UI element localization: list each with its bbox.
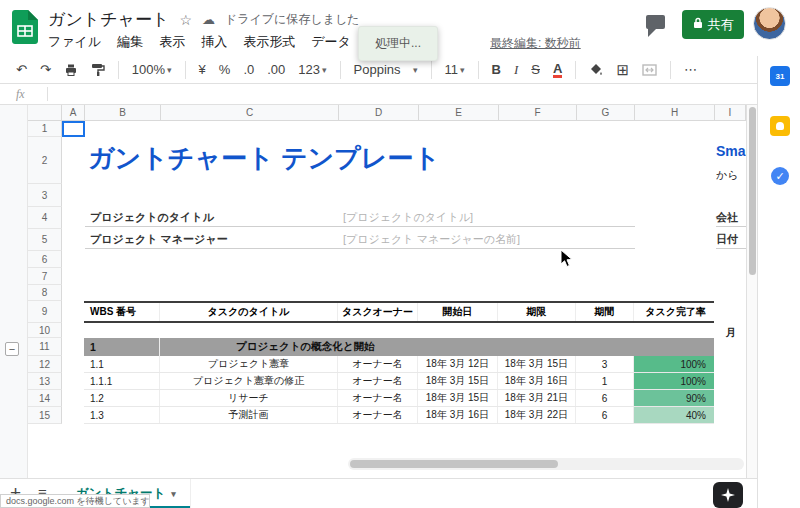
row-header-5[interactable]: 5 bbox=[28, 229, 62, 251]
bold-button[interactable]: B bbox=[492, 62, 501, 77]
increase-decimal-button[interactable]: .00 bbox=[267, 62, 285, 77]
row-header-9[interactable]: 9 bbox=[28, 301, 62, 323]
table-row[interactable]: 1.1 プロジェクト憲章 オーナー名 18年 3月 12日 18年 3月 15日… bbox=[84, 356, 714, 373]
comment-icon[interactable] bbox=[646, 15, 665, 29]
row-header-13[interactable]: 13 bbox=[28, 373, 62, 390]
cell-duration[interactable]: 6 bbox=[576, 407, 634, 423]
cell-title[interactable]: プロジェクト憲章の修正 bbox=[160, 373, 338, 389]
row-header-3[interactable]: 3 bbox=[28, 184, 62, 207]
decrease-decimal-button[interactable]: .0 bbox=[243, 62, 254, 77]
font-select[interactable]: Poppins▾ bbox=[354, 62, 418, 77]
menu-insert[interactable]: 挿入 bbox=[201, 33, 227, 51]
column-header-g[interactable]: G bbox=[577, 105, 635, 121]
cell-wbs[interactable]: 1.1.1 bbox=[84, 373, 160, 389]
italic-button[interactable]: I bbox=[514, 62, 518, 78]
cell-owner[interactable]: オーナー名 bbox=[338, 356, 418, 372]
column-header-i[interactable]: I bbox=[715, 105, 746, 121]
cell-percent[interactable]: 90% bbox=[634, 390, 714, 406]
table-section-row[interactable]: 1 プロジェクトの概念化と開始 bbox=[84, 338, 714, 356]
formula-input[interactable] bbox=[56, 84, 758, 104]
font-size-select[interactable]: 11▾ bbox=[445, 62, 465, 77]
fill-color-icon[interactable] bbox=[589, 63, 603, 77]
column-header-c[interactable]: C bbox=[161, 105, 339, 121]
sheets-logo-icon[interactable] bbox=[12, 10, 38, 44]
cell-title[interactable]: プロジェクト憲章 bbox=[160, 356, 338, 372]
collapse-group-button[interactable]: − bbox=[5, 342, 19, 356]
star-icon[interactable]: ☆ bbox=[179, 12, 192, 28]
strikethrough-button[interactable]: S bbox=[531, 62, 540, 77]
share-button[interactable]: 共有 bbox=[682, 10, 744, 39]
cell-percent[interactable]: 40% bbox=[634, 407, 714, 423]
cell-percent[interactable]: 100% bbox=[634, 356, 714, 372]
percent-format-button[interactable]: % bbox=[219, 62, 231, 77]
cell-percent[interactable]: 100% bbox=[634, 373, 714, 389]
horizontal-scrollbar[interactable] bbox=[348, 458, 744, 470]
row-header-4[interactable]: 4 bbox=[28, 207, 62, 229]
row-header-2[interactable]: 2 bbox=[28, 137, 62, 184]
table-row[interactable]: 1.1.1 プロジェクト憲章の修正 オーナー名 18年 3月 15日 18年 3… bbox=[84, 373, 714, 390]
row-header-14[interactable]: 14 bbox=[28, 390, 62, 407]
column-header-a[interactable]: A bbox=[62, 105, 85, 121]
cell-owner[interactable]: オーナー名 bbox=[338, 407, 418, 423]
text-color-button[interactable]: A bbox=[553, 62, 562, 78]
row-header-15[interactable]: 15 bbox=[28, 407, 62, 424]
row-header-10[interactable]: 10 bbox=[28, 323, 62, 338]
menu-data[interactable]: データ bbox=[311, 33, 351, 51]
cell-duration[interactable]: 1 bbox=[576, 373, 634, 389]
column-header-e[interactable]: E bbox=[419, 105, 499, 121]
row-header-12[interactable]: 12 bbox=[28, 356, 62, 373]
row-header-1[interactable]: 1 bbox=[28, 121, 62, 137]
vertical-scrollbar-thumb[interactable] bbox=[749, 107, 756, 275]
table-row[interactable]: 1.3 予測計画 オーナー名 18年 3月 16日 18年 3月 22日 6 4… bbox=[84, 407, 714, 424]
cell-due[interactable]: 18年 3月 21日 bbox=[498, 390, 576, 406]
cell-owner[interactable]: オーナー名 bbox=[338, 373, 418, 389]
paint-format-icon[interactable] bbox=[91, 63, 105, 77]
keep-icon[interactable] bbox=[770, 116, 790, 136]
column-header-d[interactable]: D bbox=[339, 105, 419, 121]
more-toolbar-icon[interactable]: ⋯ bbox=[684, 62, 697, 77]
print-icon[interactable] bbox=[64, 63, 78, 77]
cell-owner[interactable]: オーナー名 bbox=[338, 390, 418, 406]
cell-due[interactable]: 18年 3月 15日 bbox=[498, 356, 576, 372]
menu-view[interactable]: 表示 bbox=[159, 33, 185, 51]
cell-duration[interactable]: 3 bbox=[576, 356, 634, 372]
row-header-8[interactable]: 8 bbox=[28, 285, 62, 301]
menu-format[interactable]: 表示形式 bbox=[243, 33, 295, 51]
last-edit-link[interactable]: 最終編集: 数秒前 bbox=[490, 35, 581, 52]
horizontal-scrollbar-thumb[interactable] bbox=[350, 460, 558, 468]
cell-wbs[interactable]: 1.1 bbox=[84, 356, 160, 372]
column-header-f[interactable]: F bbox=[499, 105, 577, 121]
select-all-corner[interactable] bbox=[28, 105, 62, 121]
explore-button[interactable] bbox=[713, 482, 743, 508]
menu-file[interactable]: ファイル bbox=[48, 33, 101, 51]
cell-due[interactable]: 18年 3月 16日 bbox=[498, 373, 576, 389]
row-header-11[interactable]: 11 bbox=[28, 338, 62, 356]
row-header-6[interactable]: 6 bbox=[28, 251, 62, 268]
tasks-icon[interactable]: ✓ bbox=[770, 166, 790, 186]
cell-start[interactable]: 18年 3月 15日 bbox=[418, 373, 498, 389]
cell-due[interactable]: 18年 3月 22日 bbox=[498, 407, 576, 423]
document-title[interactable]: ガントチャート bbox=[48, 8, 169, 31]
cell-start[interactable]: 18年 3月 12日 bbox=[418, 356, 498, 372]
more-formats-button[interactable]: 123▾ bbox=[298, 62, 326, 77]
table-row[interactable]: 1.2 リサーチ オーナー名 18年 3月 15日 18年 3月 21日 6 9… bbox=[84, 390, 714, 407]
cell-title[interactable]: 予測計画 bbox=[160, 407, 338, 423]
cell-wbs[interactable]: 1.3 bbox=[84, 407, 160, 423]
zoom-select[interactable]: 100%▾ bbox=[132, 62, 172, 77]
currency-format-button[interactable]: ¥ bbox=[199, 62, 206, 77]
cell-start[interactable]: 18年 3月 16日 bbox=[418, 407, 498, 423]
vertical-scrollbar[interactable] bbox=[746, 105, 757, 478]
column-header-h[interactable]: H bbox=[635, 105, 715, 121]
column-header-b[interactable]: B bbox=[85, 105, 161, 121]
cell-wbs[interactable]: 1.2 bbox=[84, 390, 160, 406]
cell-title[interactable]: リサーチ bbox=[160, 390, 338, 406]
borders-icon[interactable]: ⊞ bbox=[616, 61, 629, 79]
merge-cells-icon[interactable] bbox=[642, 64, 657, 76]
menu-edit[interactable]: 編集 bbox=[117, 33, 143, 51]
undo-icon[interactable]: ↶ bbox=[16, 62, 27, 77]
avatar[interactable] bbox=[753, 7, 786, 40]
cell-start[interactable]: 18年 3月 15日 bbox=[418, 390, 498, 406]
row-header-7[interactable]: 7 bbox=[28, 268, 62, 285]
cell-duration[interactable]: 6 bbox=[576, 390, 634, 406]
redo-icon[interactable]: ↷ bbox=[40, 62, 51, 77]
